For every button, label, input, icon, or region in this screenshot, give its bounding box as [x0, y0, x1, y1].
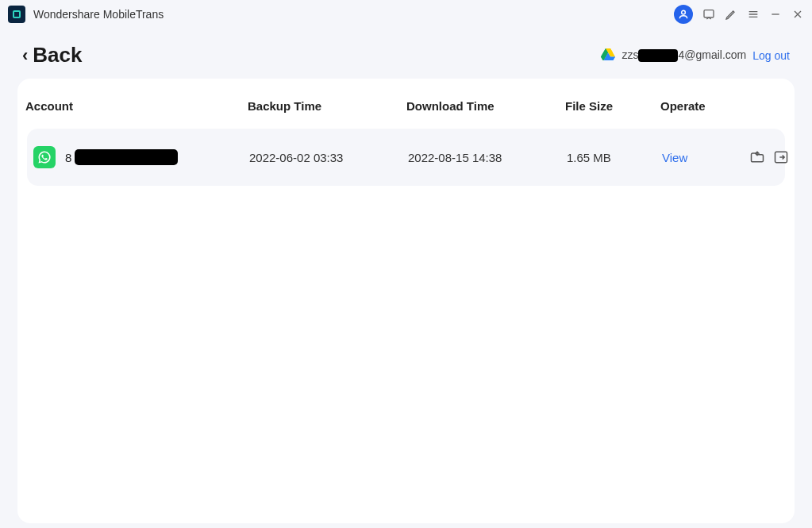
back-button[interactable]: ‹ Back	[22, 43, 82, 67]
cell-operate: View	[662, 149, 789, 165]
feedback-icon[interactable]	[702, 8, 715, 21]
account-value-prefix: 8	[65, 151, 71, 164]
col-account: Account	[25, 99, 248, 113]
account-info: zzs4@gmail.com Log out	[601, 48, 790, 63]
svg-point-0	[682, 10, 686, 14]
col-file-size: File Size	[565, 99, 660, 113]
titlebar: Wondershare MobileTrans	[0, 0, 812, 29]
table-header: Account Backup Time Download Time File S…	[17, 82, 795, 129]
whatsapp-icon	[33, 146, 56, 168]
view-link[interactable]: View	[662, 151, 687, 164]
minimize-button[interactable]	[769, 8, 782, 21]
google-drive-icon	[601, 48, 615, 63]
account-email-suffix: 4@gmail.com	[678, 48, 746, 61]
account-email: zzs4@gmail.com	[622, 48, 746, 62]
cell-account: 8	[27, 146, 249, 168]
close-button[interactable]	[791, 8, 804, 21]
col-operate: Operate	[660, 99, 787, 113]
account-email-prefix: zzs	[622, 48, 638, 61]
export-icon[interactable]	[773, 149, 789, 165]
user-account-button[interactable]	[674, 5, 693, 24]
page-header: ‹ Back zzs4@gmail.com Log out	[0, 29, 812, 79]
cell-backup-time: 2022-06-02 03:33	[249, 151, 408, 164]
logout-link[interactable]: Log out	[752, 49, 790, 62]
app-title: Wondershare MobileTrans	[33, 8, 164, 21]
open-folder-icon[interactable]	[749, 149, 765, 165]
table-row: 8 2022-06-02 03:33 2022-08-15 14:38 1.65…	[27, 129, 785, 186]
app-logo-icon	[8, 6, 25, 23]
col-download-time: Download Time	[406, 99, 565, 113]
svg-rect-1	[704, 10, 714, 17]
cell-download-time: 2022-08-15 14:38	[408, 151, 567, 164]
col-backup-time: Backup Time	[248, 99, 406, 113]
edit-icon[interactable]	[725, 8, 737, 21]
backups-card: Account Backup Time Download Time File S…	[17, 79, 795, 523]
chevron-left-icon: ‹	[22, 45, 28, 66]
menu-icon[interactable]	[747, 8, 760, 21]
cell-file-size: 1.65 MB	[567, 151, 662, 164]
back-label: Back	[33, 43, 82, 67]
redacted-account	[75, 149, 178, 165]
redacted-email-part	[638, 49, 678, 62]
